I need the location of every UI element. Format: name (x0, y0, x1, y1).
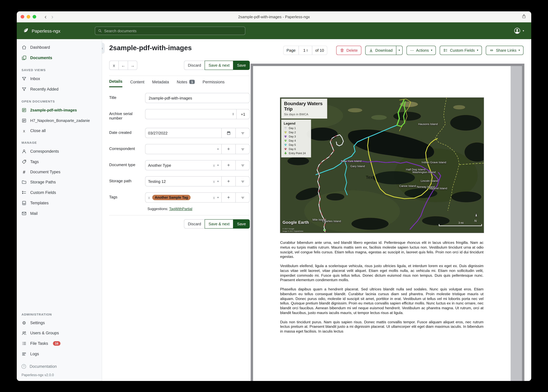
preview-scrollbar[interactable] (511, 66, 522, 381)
calendar-button[interactable] (221, 128, 235, 138)
chevron-down-icon[interactable]: ▾ (217, 147, 219, 151)
add-storage-path-button[interactable]: + (221, 177, 235, 186)
page-number-value: 1 (303, 48, 305, 53)
share-icon[interactable] (521, 14, 526, 19)
sidebar-open-doc-current[interactable]: 2sample-pdf-with-images (17, 105, 102, 115)
asn-plus-one-button[interactable]: +1 (236, 109, 249, 119)
asn-input[interactable]: ▴▾ (145, 109, 236, 119)
entry-point-marker (323, 229, 325, 231)
field-label: Archive serial number (109, 109, 145, 120)
sidebar-item-settings[interactable]: ⚙ Settings (17, 318, 102, 328)
documents-copy-icon (22, 55, 27, 60)
title-input[interactable]: 2sample-pdf-with-images (145, 93, 250, 103)
sidebar-item-tags[interactable]: Tags (17, 157, 102, 167)
clear-icon[interactable]: x (213, 195, 215, 200)
open-doc-label: H7_Napoleon_Bonaparte_zadanie (30, 118, 90, 123)
remove-tag-icon[interactable]: x (148, 195, 150, 200)
actions-button[interactable]: ⋯ Actions ▾ (406, 46, 436, 55)
save-button[interactable]: Save (233, 219, 250, 229)
map-label: Washington Island (412, 170, 436, 174)
brand[interactable]: Paperless-ngx (23, 28, 60, 34)
sidebar-item-label: Logs (30, 352, 39, 356)
sidebar-item-storage-paths[interactable]: Storage Paths (17, 177, 102, 187)
sidebar-item-label: Settings (30, 321, 45, 325)
close-document-button[interactable]: x (109, 61, 119, 70)
compass-icon: N (473, 212, 479, 223)
tab-details[interactable]: Details (109, 79, 123, 87)
suggestion-link[interactable]: TagWithPartial (169, 207, 192, 211)
sidebar-close-all[interactable]: x Close all (17, 126, 102, 136)
map-label: Charlies Island (322, 219, 341, 223)
save-group-bottom: Discard Save & next Save (184, 219, 250, 229)
share-links-label: Share Links (496, 48, 516, 53)
tab-metadata[interactable]: Metadata (152, 79, 169, 87)
add-tag-button[interactable]: + (221, 193, 235, 202)
filter-icon (240, 195, 245, 200)
save-button[interactable]: Save (233, 61, 250, 70)
person-icon (22, 149, 27, 154)
sidebar-item-file-tasks[interactable]: File Tasks 16 (17, 338, 102, 349)
next-document-button[interactable]: → (128, 61, 137, 70)
filter-by-storage-path-button[interactable] (235, 177, 249, 186)
user-menu[interactable]: ▾ (514, 27, 524, 34)
sidebar-item-mail[interactable]: Mail (17, 208, 102, 219)
download-button[interactable]: Download ▾ (365, 46, 403, 55)
sidebar-item-inbox[interactable]: Inbox (17, 73, 102, 84)
chevron-down-icon[interactable]: ▾ (217, 196, 219, 199)
filter-by-tag-button[interactable] (235, 193, 249, 202)
page-spinner[interactable]: ▴▾ (307, 49, 308, 52)
sidebar-item-correspondents[interactable]: Correspondents (17, 146, 102, 157)
filter-by-date-button[interactable] (235, 128, 249, 138)
pdf-viewer-background: Hausons Island New York Island Gary Isla… (253, 66, 522, 381)
field-label: Date created (109, 128, 145, 138)
add-correspondent-button[interactable]: + (221, 144, 235, 154)
calendar-icon (226, 131, 231, 135)
map-scale-text: 3 mi (458, 221, 463, 224)
date-input[interactable]: 03/27/2022 (145, 128, 221, 138)
filter-by-correspondent-button[interactable] (235, 144, 249, 154)
chevron-down-icon: ▾ (519, 49, 520, 52)
funnel-icon (22, 76, 27, 81)
tags-select[interactable]: x Another Sample Tag x ▾ (145, 193, 221, 202)
save-next-button[interactable]: Save & next (205, 61, 233, 70)
search-input[interactable] (104, 28, 242, 33)
sidebar-item-recently-added[interactable]: Recently Added (17, 84, 102, 94)
tab-content[interactable]: Content (130, 79, 144, 87)
clear-icon[interactable]: x (213, 163, 215, 168)
clear-icon[interactable]: x (213, 179, 215, 184)
sidebar-item-custom-fields[interactable]: Custom Fields (17, 187, 102, 198)
add-document-type-button[interactable]: + (221, 161, 235, 170)
share-links-button[interactable]: Share Links ▾ (486, 46, 523, 55)
sidebar-item-documents[interactable]: Documents (17, 53, 102, 63)
sidebar-item-document-types[interactable]: # Document Types (17, 167, 102, 177)
discard-button[interactable]: Discard (184, 61, 205, 70)
sidebar-item-dashboard[interactable]: Dashboard (17, 42, 102, 53)
divider (109, 215, 250, 215)
sidebar-item-documentation[interactable]: ? Documentation (17, 362, 102, 371)
chevron-down-icon[interactable]: ▾ (217, 180, 219, 183)
custom-fields-button[interactable]: Custom Fields ▾ (440, 46, 482, 55)
previous-document-button[interactable]: ← (118, 61, 128, 70)
sidebar-item-logs[interactable]: Logs (17, 349, 102, 359)
sidebar-open-doc[interactable]: H7_Napoleon_Bonaparte_zadanie (17, 115, 102, 126)
tab-notes[interactable]: Notes1 (177, 79, 195, 87)
sidebar-item-templates[interactable]: Templates (17, 198, 102, 208)
delete-button[interactable]: Delete (336, 46, 361, 55)
correspondent-select[interactable]: ▾ (145, 144, 221, 154)
save-next-button[interactable]: Save & next (205, 219, 233, 229)
chevron-down-icon[interactable]: ▾ (217, 164, 219, 167)
sidebar-item-users-groups[interactable]: Users & Groups (17, 328, 102, 338)
page-number-input[interactable]: 1 ▴▾ (299, 46, 312, 55)
custom-fields-label: Custom Fields (450, 48, 475, 53)
sidebar-collapse-button[interactable]: « (102, 43, 105, 54)
filter-by-document-type-button[interactable] (235, 161, 249, 170)
storage-path-select[interactable]: Testing 12 x ▾ (145, 177, 221, 186)
tab-permissions[interactable]: Permissions (203, 79, 225, 87)
page-title: 2sample-pdf-with-images (109, 44, 192, 52)
map-copyright: © 2017 Google (282, 228, 294, 230)
document-type-select[interactable]: Another Type x ▾ (145, 161, 221, 170)
discard-button[interactable]: Discard (184, 219, 205, 229)
asn-spinner[interactable]: ▴▾ (233, 113, 234, 116)
download-dropdown-toggle[interactable]: ▾ (396, 46, 402, 55)
tag-chip[interactable]: Another Sample Tag (152, 195, 191, 200)
